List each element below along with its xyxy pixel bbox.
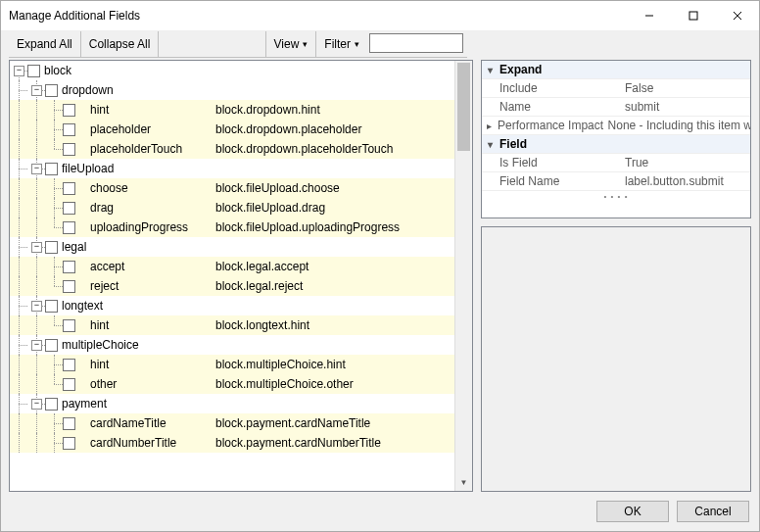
node-label: fileUpload (62, 162, 114, 175)
checkbox[interactable] (63, 123, 75, 136)
tree-group[interactable]: −fileUpload (10, 159, 455, 178)
checkbox[interactable] (45, 163, 58, 175)
checkbox[interactable] (45, 300, 58, 313)
prop-name[interactable]: Name submit (482, 98, 750, 117)
prop-fieldname-key: Field Name (498, 174, 625, 188)
checkbox[interactable] (63, 280, 75, 293)
tree-panel: −block−dropdownhintblock.dropdown.hintpl… (9, 60, 473, 492)
tree-leaf[interactable]: hintblock.longtext.hint (10, 315, 455, 335)
maximize-button[interactable] (671, 1, 715, 30)
splitter-icon[interactable]: • • • • (482, 191, 750, 202)
tree-leaf[interactable]: cardNameTitleblock.payment.cardNameTitle (10, 413, 455, 433)
chevron-right-icon[interactable]: ▸ (482, 121, 496, 131)
tree-group[interactable]: −dropdown (10, 80, 455, 100)
chevron-down-icon[interactable]: ▾ (482, 65, 498, 75)
tree-leaf[interactable]: cardNumberTitleblock.payment.cardNumberT… (10, 433, 455, 453)
minimize-button[interactable] (627, 1, 671, 30)
checkbox[interactable] (45, 241, 58, 254)
checkbox[interactable] (63, 104, 75, 117)
checkbox[interactable] (63, 437, 75, 450)
expand-toggle-icon[interactable]: − (14, 66, 24, 76)
chevron-down-icon[interactable]: ▾ (482, 139, 498, 150)
checkbox[interactable] (63, 202, 75, 215)
node-path: block.fileUpload.drag (215, 201, 325, 215)
checkbox[interactable] (63, 378, 75, 391)
collapse-all-button[interactable]: Collapse All (81, 31, 160, 57)
prop-performance[interactable]: ▸ Performance Impact None - Including th… (482, 117, 750, 135)
node-label: dropdown (62, 83, 114, 97)
expand-toggle-icon[interactable]: − (31, 85, 42, 96)
node-label: drag (90, 201, 114, 215)
tree-leaf[interactable]: dragblock.fileUpload.drag (10, 198, 455, 218)
node-path: block.legal.reject (215, 279, 303, 293)
prop-performance-val: None - Including this item will h (608, 119, 750, 132)
expand-toggle-icon[interactable]: − (31, 301, 42, 312)
node-path: block.payment.cardNumberTitle (215, 436, 381, 450)
prop-include[interactable]: Include False (482, 79, 750, 98)
tree-leaf[interactable]: rejectblock.legal.reject (10, 276, 455, 296)
prop-isfield-val: True (625, 156, 750, 169)
propgroup-field[interactable]: ▾ Field (482, 135, 750, 154)
fields-tree[interactable]: −block−dropdownhintblock.dropdown.hintpl… (10, 61, 455, 491)
tree-leaf[interactable]: uploadingProgressblock.fileUpload.upload… (10, 218, 455, 237)
tree-root[interactable]: −block (10, 61, 455, 80)
tree-leaf[interactable]: placeholderblock.dropdown.placeholder (10, 120, 455, 139)
node-label: placeholderTouch (90, 142, 182, 156)
view-dropdown[interactable]: View▾ (265, 31, 316, 57)
tree-scrollbar[interactable]: ▲ ▼ (454, 61, 472, 491)
expand-toggle-icon[interactable]: − (31, 242, 42, 253)
svg-rect-1 (689, 12, 697, 20)
close-button[interactable] (715, 1, 759, 30)
property-grid[interactable]: ▾ Expand Include False Name submit ▸ Per… (481, 60, 751, 218)
prop-isfield-key: Is Field (498, 156, 625, 169)
node-path: block.dropdown.placeholder (215, 122, 361, 136)
tree-group[interactable]: −payment (10, 394, 455, 413)
node-path: block.fileUpload.choose (215, 181, 340, 195)
scroll-down-icon[interactable]: ▼ (455, 474, 472, 491)
node-path: block.fileUpload.uploadingProgress (215, 220, 400, 234)
tree-leaf[interactable]: otherblock.multipleChoice.other (10, 374, 455, 394)
filter-dropdown[interactable]: Filter▾ (315, 31, 367, 57)
tree-group[interactable]: −multipleChoice (10, 335, 455, 355)
prop-fieldname[interactable]: Field Name label.button.submit (482, 172, 750, 191)
checkbox[interactable] (45, 339, 58, 352)
node-path: block.legal.accept (215, 260, 309, 273)
node-path: block.dropdown.placeholderTouch (215, 142, 393, 156)
checkbox[interactable] (63, 319, 75, 332)
tree-leaf[interactable]: placeholderTouchblock.dropdown.placehold… (10, 139, 455, 159)
expand-toggle-icon[interactable]: − (31, 164, 42, 174)
node-path: block.multipleChoice.other (215, 377, 354, 391)
checkbox[interactable] (63, 221, 75, 234)
tree-leaf[interactable]: hintblock.dropdown.hint (10, 100, 455, 120)
preview-panel (481, 226, 751, 492)
checkbox[interactable] (27, 65, 40, 77)
checkbox[interactable] (63, 182, 75, 195)
propgroup-expand-label: Expand (498, 63, 625, 76)
cancel-button[interactable]: Cancel (677, 501, 749, 522)
tree-leaf[interactable]: chooseblock.fileUpload.choose (10, 178, 455, 198)
view-label: View (274, 37, 300, 51)
checkbox[interactable] (63, 417, 75, 430)
checkbox[interactable] (63, 143, 75, 156)
titlebar: Manage Additional Fields (1, 1, 759, 31)
expand-toggle-icon[interactable]: − (31, 340, 42, 351)
prop-fieldname-val: label.button.submit (625, 174, 750, 188)
expand-toggle-icon[interactable]: − (31, 399, 42, 410)
checkbox[interactable] (45, 84, 58, 97)
checkbox[interactable] (45, 398, 58, 411)
scroll-thumb[interactable] (457, 63, 470, 151)
main-area: −block−dropdownhintblock.dropdown.hintpl… (1, 58, 759, 492)
checkbox[interactable] (63, 261, 75, 273)
tree-group[interactable]: −longtext (10, 296, 455, 315)
tree-leaf[interactable]: hintblock.multipleChoice.hint (10, 355, 455, 374)
filter-input[interactable] (369, 33, 463, 53)
node-label: hint (90, 318, 109, 332)
propgroup-expand[interactable]: ▾ Expand (482, 61, 750, 79)
checkbox[interactable] (63, 359, 75, 371)
ok-button[interactable]: OK (596, 501, 669, 522)
filter-label: Filter (324, 37, 351, 51)
prop-isfield[interactable]: Is Field True (482, 154, 750, 172)
tree-group[interactable]: −legal (10, 237, 455, 257)
expand-all-button[interactable]: Expand All (9, 31, 81, 57)
tree-leaf[interactable]: acceptblock.legal.accept (10, 257, 455, 276)
